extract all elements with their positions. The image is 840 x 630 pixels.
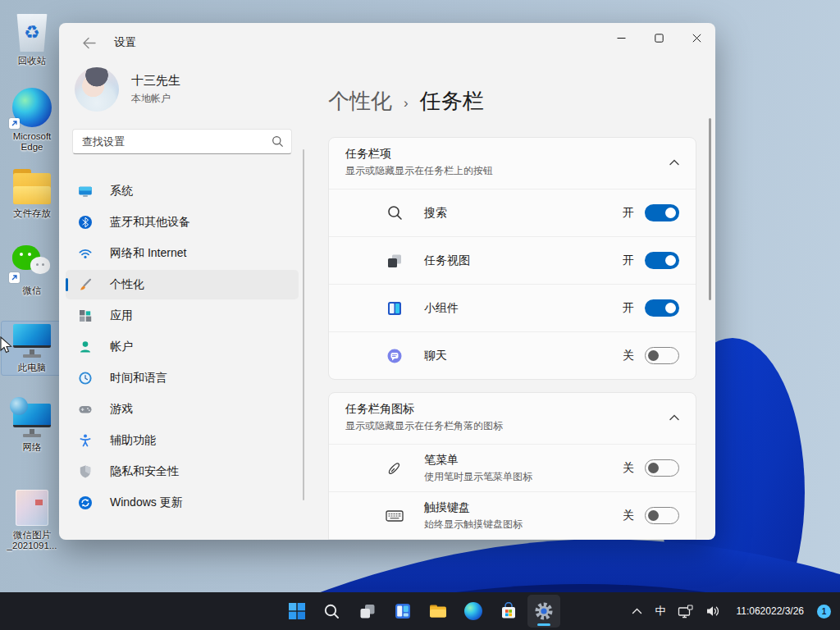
desktop-icon-edge[interactable]: Microsoft Edge [2, 85, 62, 154]
section-title: 任务栏项 [345, 147, 669, 162]
desktop-icon-folder[interactable]: 文件存放 [2, 166, 62, 221]
user-profile[interactable]: 十三先生 本地帐户 [75, 67, 305, 112]
taskbar-task-view-button[interactable] [351, 595, 384, 628]
search-icon [323, 603, 340, 620]
task-view-toggle[interactable] [645, 252, 679, 269]
search-toggle[interactable] [645, 204, 679, 221]
settings-window: 设置 十三先生 本地帐户 [59, 23, 715, 540]
hidden-icons-button[interactable] [626, 595, 648, 628]
back-button[interactable] [77, 31, 100, 54]
setting-row-widgets: 小组件 开 [329, 284, 696, 331]
clock[interactable]: 11:06 2022/3/26 [730, 595, 810, 628]
setting-label: 搜索 [424, 206, 447, 221]
taskbar-file-explorer-button[interactable] [422, 595, 454, 628]
settings-content: 个性化 › 任务栏 任务栏项 显示或隐藏显示在任务栏上的按钮 搜索 开 [305, 62, 715, 540]
minimize-button[interactable] [602, 23, 640, 52]
windows-update-icon [78, 495, 93, 510]
privacy-shield-icon [78, 464, 93, 479]
sidebar-item-apps[interactable]: 应用 [66, 301, 299, 331]
desktop-icon-label: 微信 [23, 285, 42, 296]
desktop-icon-recycle-bin[interactable]: ♻ 回收站 [2, 11, 62, 68]
sidebar-scrollbar[interactable] [303, 149, 304, 500]
desktop-icon-wechat-image[interactable]: 微信图片 _2021091... [2, 487, 62, 553]
setting-label: 聊天 [424, 349, 447, 363]
chevron-up-icon[interactable] [669, 414, 679, 421]
taskbar-widgets-button[interactable] [386, 595, 419, 628]
desktop-icon-label: Microsoft Edge [2, 131, 62, 153]
desktop-icon-label: 微信图片 [7, 530, 57, 541]
taskbar-settings-button[interactable] [527, 595, 560, 628]
sidebar-item-accounts[interactable]: 帐户 [66, 332, 299, 362]
sidebar-item-bluetooth-devices[interactable]: 蓝牙和其他设备 [66, 208, 299, 237]
setting-row-search: 搜索 开 [329, 189, 696, 236]
breadcrumb-personalization[interactable]: 个性化 [328, 87, 392, 116]
windows-start-icon [288, 602, 306, 620]
sidebar-item-label: Windows 更新 [110, 495, 183, 510]
start-button[interactable] [281, 595, 313, 628]
system-icon [78, 184, 93, 199]
setting-description: 使用笔时显示笔菜单图标 [424, 470, 532, 484]
desktop-icon-label: 文件存放 [13, 208, 51, 219]
chat-toggle[interactable] [645, 347, 679, 364]
taskbar-edge-button[interactable] [457, 595, 490, 628]
back-arrow-icon [82, 37, 96, 49]
taskbar-corner-icons-header[interactable]: 任务栏角图标 显示或隐藏显示在任务栏角落的图标 [329, 393, 696, 444]
taskbar-items-header[interactable]: 任务栏项 显示或隐藏显示在任务栏上的按钮 [329, 138, 696, 189]
sidebar-item-time-language[interactable]: 时间和语言 [66, 363, 299, 393]
maximize-button[interactable] [640, 23, 678, 52]
sidebar-item-personalization[interactable]: 个性化 [66, 270, 299, 299]
setting-row-virtual-touchpad: 虚拟触摸板 关 [329, 539, 696, 540]
microsoft-store-icon [500, 602, 518, 620]
setting-row-pen-menu: 笔菜单 使用笔时显示笔菜单图标 关 [329, 444, 696, 491]
touch-keyboard-toggle[interactable] [645, 507, 679, 524]
sidebar-item-label: 时间和语言 [110, 371, 167, 386]
sidebar-item-label: 个性化 [110, 277, 144, 292]
setting-label: 任务视图 [424, 253, 470, 268]
sidebar-item-system[interactable]: 系统 [66, 176, 299, 206]
page-title: 任务栏 [420, 87, 484, 116]
settings-search-box[interactable] [72, 129, 292, 154]
settings-sidebar: 十三先生 本地帐户 系统 [59, 62, 305, 540]
network-tray-button[interactable] [672, 595, 699, 628]
sidebar-nav: 系统 蓝牙和其他设备 网络和 Internet [59, 176, 305, 518]
accounts-person-icon [78, 340, 93, 354]
pen-menu-toggle[interactable] [645, 459, 679, 477]
ime-indicator[interactable]: 中 [649, 595, 671, 628]
sidebar-item-privacy-security[interactable]: 隐私和安全性 [66, 457, 299, 486]
sidebar-item-label: 帐户 [110, 340, 133, 354]
taskbar-search-button[interactable] [316, 595, 349, 628]
desktop-icon-label: 回收站 [18, 56, 47, 66]
breadcrumb: 个性化 › 任务栏 [328, 87, 715, 116]
sidebar-item-accessibility[interactable]: 辅助功能 [66, 426, 299, 455]
desktop-icon-wechat[interactable]: 微信 [2, 243, 62, 298]
search-icon [385, 205, 404, 221]
ethernet-network-icon [678, 605, 693, 619]
minimize-icon [617, 34, 626, 43]
sidebar-item-network-internet[interactable]: 网络和 Internet [66, 239, 299, 268]
taskbar-corner-icons-card: 任务栏角图标 显示或隐藏显示在任务栏角落的图标 笔菜单 使用笔时显示笔菜单图标 … [328, 392, 696, 540]
search-input[interactable] [73, 130, 291, 153]
notification-badge[interactable]: 1 [817, 605, 831, 619]
sidebar-item-label: 游戏 [110, 402, 133, 417]
widgets-toggle[interactable] [645, 299, 679, 317]
content-scrollbar[interactable] [709, 118, 711, 300]
titlebar: 设置 [59, 23, 715, 62]
volume-tray-button[interactable] [700, 595, 726, 628]
desktop-icon-label: 网络 [23, 442, 42, 453]
sidebar-item-windows-update[interactable]: Windows 更新 [66, 488, 299, 518]
desktop-icon-network[interactable]: 网络 [2, 401, 62, 454]
toggle-state-label: 开 [623, 253, 634, 268]
sidebar-item-label: 应用 [110, 308, 133, 323]
task-view-icon [385, 253, 404, 269]
sidebar-item-gaming[interactable]: 游戏 [66, 395, 299, 424]
chevron-up-icon[interactable] [669, 159, 679, 166]
sidebar-item-label: 辅助功能 [110, 433, 156, 448]
mouse-cursor [0, 336, 12, 354]
taskbar: 中 11:06 2022/3/26 1 [0, 592, 840, 630]
widgets-icon [394, 602, 412, 620]
close-button[interactable] [678, 23, 715, 52]
taskbar-store-button[interactable] [492, 595, 525, 628]
sidebar-item-label: 网络和 Internet [110, 246, 186, 261]
pen-icon [385, 460, 404, 477]
sidebar-item-label: 隐私和安全性 [110, 464, 179, 479]
